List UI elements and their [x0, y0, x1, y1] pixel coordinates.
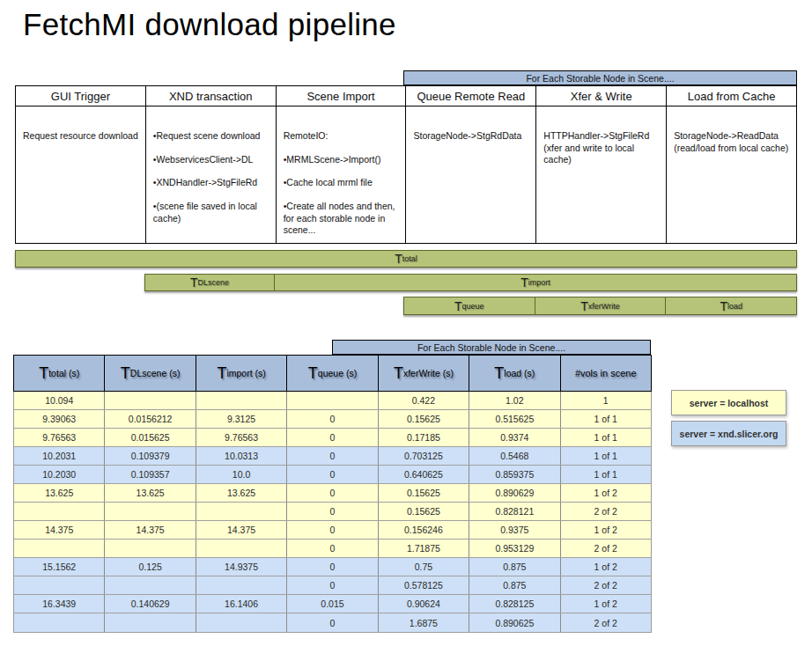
table-cell: 0.015625 — [105, 429, 196, 446]
table-cell: 0.953129 — [469, 540, 560, 557]
table-cell: 2 of 2 — [561, 576, 651, 594]
table-cell: 0.515625 — [469, 410, 560, 428]
pipeline-cell-line: •Cache local mrml file — [284, 177, 400, 189]
bar-segment-dlscene: TDLscene — [145, 275, 275, 290]
table-cell: 0 — [287, 613, 378, 632]
table-cell: 1 of 1 — [561, 447, 651, 465]
table-cell: 14.375 — [196, 521, 287, 539]
table-cell — [105, 503, 196, 520]
timing-header-cell: TDLscene (s) — [105, 356, 196, 391]
timing-header-sublabel: xferWrite (s) — [403, 368, 454, 378]
table-cell: 1 of 2 — [561, 595, 651, 613]
pipeline-column-cell: •Request scene download•WebservicesClien… — [146, 106, 277, 243]
table-cell: 1.02 — [469, 392, 560, 409]
pipeline-column-header: Xfer & Write — [536, 86, 667, 106]
table-cell: 15.1562 — [14, 558, 105, 576]
table-cell: 0.875 — [469, 558, 560, 576]
pipeline-cell-line: •Request scene download — [153, 130, 269, 143]
pipeline-cell-line: •XNDHandler->StgFileRd — [153, 177, 269, 189]
table-cell — [196, 576, 287, 594]
table-cell: 2 of 2 — [561, 613, 651, 632]
table-row: 10.20300.10935710.000.6406250.8593751 of… — [14, 466, 651, 484]
timing-bar-row2: TDLscene Timport — [144, 274, 797, 291]
table-row: 9.390630.01562129.312500.156250.5156251 … — [14, 410, 651, 429]
timing-header-cell: Tload (s) — [469, 356, 560, 391]
table-cell: 0.640625 — [379, 466, 469, 483]
table-cell: 9.39063 — [14, 410, 105, 428]
legend-localhost: server = localhost — [671, 390, 786, 415]
table-cell: 1 of 1 — [561, 410, 651, 428]
timing-bar-total: Ttotal — [15, 250, 797, 268]
bar-label-import-sub: import — [528, 278, 550, 287]
pipeline-column-header: GUI Trigger — [16, 86, 146, 106]
table-cell: 0.828125 — [469, 595, 560, 613]
timing-header-cell: Ttotal (s) — [14, 356, 105, 391]
timing-header-cell: Tqueue (s) — [287, 356, 378, 391]
bar-segment-load: Tload — [666, 297, 796, 314]
bar-label-load-sub: load — [727, 302, 742, 311]
table-cell: 1 — [561, 392, 651, 409]
bar-segment-total: Ttotal — [16, 251, 796, 267]
bar-label-queue: T — [454, 299, 462, 313]
legend-xnd: server = xnd.slicer.org — [671, 421, 786, 446]
table-cell: 2 of 2 — [561, 503, 651, 520]
table-cell: 10.094 — [14, 392, 105, 409]
table-cell: 0.17185 — [379, 429, 469, 446]
table-cell: 13.625 — [14, 484, 105, 502]
timing-header-label: T — [494, 364, 504, 383]
table-cell: 9.3125 — [196, 410, 287, 428]
table-cell: 0 — [287, 521, 378, 539]
table-cell: 0.875 — [469, 576, 560, 594]
timing-header-sublabel: queue (s) — [318, 368, 357, 378]
bar-label-load: T — [720, 299, 727, 313]
pipeline-column-header: Scene Import — [277, 86, 407, 106]
table-cell — [196, 613, 287, 632]
table-cell: 0 — [287, 429, 378, 446]
pipeline-table-header: GUI TriggerXND transactionScene ImportQu… — [15, 85, 797, 106]
table-cell: 14.375 — [105, 521, 196, 539]
table-cell: 0.9375 — [469, 521, 560, 539]
timing-header-label: T — [217, 364, 226, 383]
table-cell: 16.1406 — [196, 595, 287, 613]
table-row: 00.156250.8281212 of 2 — [14, 503, 651, 521]
table-cell: 1 of 2 — [561, 484, 651, 502]
table-cell: 14.375 — [14, 521, 105, 539]
table-cell: 0.422 — [379, 392, 469, 409]
timing-header-label: T — [39, 364, 48, 383]
pipeline-column-header: XND transaction — [146, 86, 277, 106]
table-cell — [14, 540, 105, 557]
timing-header-label: T — [121, 364, 130, 383]
table-cell: 0.890625 — [469, 613, 560, 632]
table-row: 10.0940.4221.021 — [14, 392, 651, 410]
table-row: 14.37514.37514.37500.1562460.93751 of 2 — [14, 521, 651, 540]
table-row: 13.62513.62513.62500.156250.8906291 of 2 — [14, 484, 651, 503]
bar-segment-xferwrite: TxferWrite — [535, 297, 667, 314]
timing-header-sublabel: DLscene (s) — [130, 368, 181, 378]
timing-header-cell: TxferWrite (s) — [379, 356, 469, 391]
table-cell: 0.15625 — [379, 503, 469, 520]
table-cell: 9.76563 — [14, 429, 105, 446]
pipeline-column-cell: RemoteIO:•MRMLScene->Import()•Cache loca… — [277, 106, 407, 243]
legend-xnd-label: server = xnd.slicer.org — [680, 429, 779, 439]
timing-header-label: T — [308, 364, 318, 383]
table-cell — [14, 503, 105, 520]
page-title: FetchMI download pipeline — [23, 7, 396, 42]
table-cell: 10.2030 — [14, 466, 105, 483]
bar-label-dlscene-sub: DLscene — [198, 278, 230, 287]
table-cell — [287, 392, 378, 409]
pipeline-cell-line: •(scene file saved in local cache) — [153, 201, 269, 224]
pipeline-column-cell: StorageNode->ReadData (read/load from lo… — [667, 106, 796, 243]
table-row: 15.15620.12514.937500.750.8751 of 2 — [14, 558, 651, 576]
table-cell: 0.578125 — [379, 576, 469, 594]
table-cell: 2 of 2 — [561, 540, 651, 557]
table-cell: 1.71875 — [379, 540, 469, 557]
table-cell: 10.2031 — [14, 447, 105, 465]
timing-table-header: Ttotal (s)TDLscene (s)Timport (s)Tqueue … — [13, 355, 652, 392]
table-cell: 0.90624 — [379, 595, 469, 613]
table-cell: 14.9375 — [196, 558, 287, 576]
legend-localhost-label: server = localhost — [690, 398, 769, 408]
pipeline-banner: For Each Storable Node in Scene.... — [403, 70, 797, 85]
table-cell: 0.109379 — [105, 447, 196, 465]
table-cell: 0.703125 — [379, 447, 469, 465]
table-cell: 0.859375 — [469, 466, 560, 483]
